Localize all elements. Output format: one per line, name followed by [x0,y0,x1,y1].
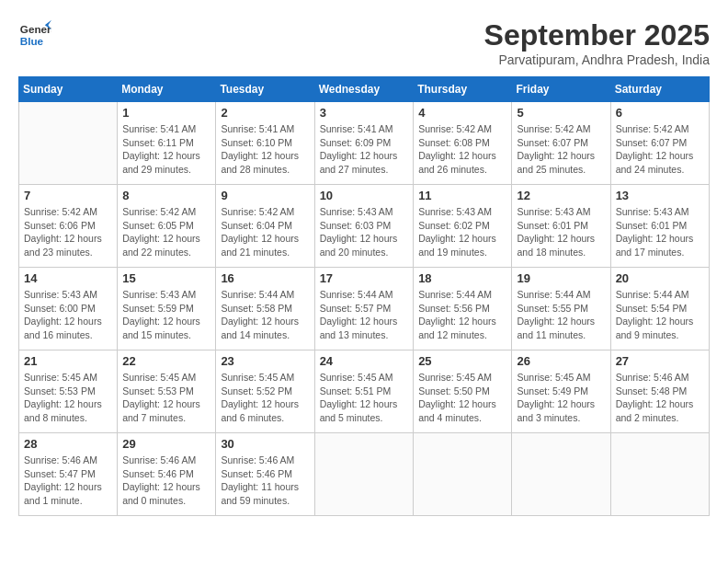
day-number: 26 [517,354,605,368]
day-number: 3 [320,106,409,120]
calendar-cell: 25Sunrise: 5:45 AM Sunset: 5:50 PM Dayli… [414,350,512,433]
day-info: Sunrise: 5:45 AM Sunset: 5:53 PM Dayligh… [122,371,210,425]
day-number: 1 [122,106,210,120]
day-info: Sunrise: 5:45 AM Sunset: 5:50 PM Dayligh… [418,371,506,425]
day-number: 2 [221,106,309,120]
calendar-cell [512,433,610,516]
calendar-cell: 21Sunrise: 5:45 AM Sunset: 5:53 PM Dayli… [19,350,118,433]
logo: General Blue [18,18,51,52]
calendar-cell: 26Sunrise: 5:45 AM Sunset: 5:49 PM Dayli… [512,350,610,433]
calendar-cell: 4Sunrise: 5:42 AM Sunset: 6:08 PM Daylig… [414,102,512,185]
day-info: Sunrise: 5:43 AM Sunset: 6:01 PM Dayligh… [517,205,605,259]
calendar-cell: 16Sunrise: 5:44 AM Sunset: 5:58 PM Dayli… [216,268,314,350]
day-info: Sunrise: 5:41 AM Sunset: 6:10 PM Dayligh… [221,122,309,177]
day-info: Sunrise: 5:44 AM Sunset: 5:58 PM Dayligh… [221,288,309,342]
day-number: 27 [616,354,704,368]
calendar-cell: 19Sunrise: 5:44 AM Sunset: 5:55 PM Dayli… [512,268,610,350]
calendar-cell: 24Sunrise: 5:45 AM Sunset: 5:51 PM Dayli… [314,350,414,433]
day-number: 5 [517,106,605,120]
day-number: 22 [122,354,210,368]
day-info: Sunrise: 5:42 AM Sunset: 6:07 PM Dayligh… [517,122,605,177]
day-number: 6 [616,106,704,120]
calendar-cell: 28Sunrise: 5:46 AM Sunset: 5:47 PM Dayli… [19,433,118,516]
day-number: 24 [320,354,409,368]
day-info: Sunrise: 5:44 AM Sunset: 5:54 PM Dayligh… [616,288,704,342]
column-header-wednesday: Wednesday [314,77,414,102]
day-number: 18 [418,271,506,285]
calendar-cell [314,433,414,516]
day-number: 16 [221,271,309,285]
day-number: 14 [24,271,112,285]
calendar-header-row: SundayMondayTuesdayWednesdayThursdayFrid… [19,77,710,102]
day-info: Sunrise: 5:45 AM Sunset: 5:49 PM Dayligh… [517,371,605,425]
day-info: Sunrise: 5:42 AM Sunset: 6:04 PM Dayligh… [221,205,309,259]
calendar-cell: 5Sunrise: 5:42 AM Sunset: 6:07 PM Daylig… [512,102,610,185]
day-info: Sunrise: 5:46 AM Sunset: 5:46 PM Dayligh… [221,454,309,508]
calendar-cell: 29Sunrise: 5:46 AM Sunset: 5:46 PM Dayli… [118,433,216,516]
calendar-cell: 30Sunrise: 5:46 AM Sunset: 5:46 PM Dayli… [216,433,314,516]
calendar-cell: 6Sunrise: 5:42 AM Sunset: 6:07 PM Daylig… [610,102,709,185]
calendar-cell: 3Sunrise: 5:41 AM Sunset: 6:09 PM Daylig… [314,102,414,185]
calendar-cell: 20Sunrise: 5:44 AM Sunset: 5:54 PM Dayli… [610,268,709,350]
day-info: Sunrise: 5:45 AM Sunset: 5:51 PM Dayligh… [320,371,409,425]
calendar-cell: 9Sunrise: 5:42 AM Sunset: 6:04 PM Daylig… [216,185,314,268]
calendar-cell: 23Sunrise: 5:45 AM Sunset: 5:52 PM Dayli… [216,350,314,433]
day-number: 8 [122,189,210,202]
calendar-cell: 15Sunrise: 5:43 AM Sunset: 5:59 PM Dayli… [118,268,216,350]
day-info: Sunrise: 5:43 AM Sunset: 6:02 PM Dayligh… [418,205,506,259]
day-number: 12 [517,189,605,202]
day-number: 17 [320,271,409,285]
day-info: Sunrise: 5:41 AM Sunset: 6:11 PM Dayligh… [122,122,210,177]
day-number: 25 [418,354,506,368]
calendar-table: SundayMondayTuesdayWednesdayThursdayFrid… [18,76,710,516]
column-header-friday: Friday [512,77,610,102]
calendar-cell: 27Sunrise: 5:46 AM Sunset: 5:48 PM Dayli… [610,350,709,433]
column-header-saturday: Saturday [610,77,709,102]
day-number: 23 [221,354,309,368]
day-info: Sunrise: 5:41 AM Sunset: 6:09 PM Dayligh… [320,122,409,177]
day-number: 20 [616,271,704,285]
svg-text:Blue: Blue [20,35,44,47]
day-info: Sunrise: 5:44 AM Sunset: 5:55 PM Dayligh… [517,288,605,342]
day-info: Sunrise: 5:46 AM Sunset: 5:48 PM Dayligh… [616,371,704,425]
calendar-cell [414,433,512,516]
calendar-cell: 14Sunrise: 5:43 AM Sunset: 6:00 PM Dayli… [19,268,118,350]
calendar-cell: 2Sunrise: 5:41 AM Sunset: 6:10 PM Daylig… [216,102,314,185]
week-row-5: 28Sunrise: 5:46 AM Sunset: 5:47 PM Dayli… [19,433,710,516]
calendar-cell: 1Sunrise: 5:41 AM Sunset: 6:11 PM Daylig… [118,102,216,185]
calendar-cell: 22Sunrise: 5:45 AM Sunset: 5:53 PM Dayli… [118,350,216,433]
calendar-cell: 10Sunrise: 5:43 AM Sunset: 6:03 PM Dayli… [314,185,414,268]
location: Parvatipuram, Andhra Pradesh, India [484,52,710,67]
day-info: Sunrise: 5:43 AM Sunset: 6:01 PM Dayligh… [616,205,704,259]
week-row-3: 14Sunrise: 5:43 AM Sunset: 6:00 PM Dayli… [19,268,710,350]
day-info: Sunrise: 5:46 AM Sunset: 5:46 PM Dayligh… [122,454,210,508]
day-info: Sunrise: 5:43 AM Sunset: 6:00 PM Dayligh… [24,288,112,342]
day-number: 10 [320,189,409,202]
calendar-cell: 11Sunrise: 5:43 AM Sunset: 6:02 PM Dayli… [414,185,512,268]
column-header-sunday: Sunday [19,77,118,102]
calendar-cell [19,102,118,185]
calendar-cell: 18Sunrise: 5:44 AM Sunset: 5:56 PM Dayli… [414,268,512,350]
day-number: 11 [418,189,506,202]
calendar-cell: 12Sunrise: 5:43 AM Sunset: 6:01 PM Dayli… [512,185,610,268]
column-header-monday: Monday [118,77,216,102]
calendar-cell: 17Sunrise: 5:44 AM Sunset: 5:57 PM Dayli… [314,268,414,350]
day-number: 4 [418,106,506,120]
day-info: Sunrise: 5:46 AM Sunset: 5:47 PM Dayligh… [24,454,112,508]
column-header-tuesday: Tuesday [216,77,314,102]
day-info: Sunrise: 5:42 AM Sunset: 6:08 PM Dayligh… [418,122,506,177]
day-info: Sunrise: 5:44 AM Sunset: 5:57 PM Dayligh… [320,288,409,342]
day-info: Sunrise: 5:42 AM Sunset: 6:07 PM Dayligh… [616,122,704,177]
day-info: Sunrise: 5:44 AM Sunset: 5:56 PM Dayligh… [418,288,506,342]
calendar-cell: 7Sunrise: 5:42 AM Sunset: 6:06 PM Daylig… [19,185,118,268]
calendar-cell [610,433,709,516]
day-number: 21 [24,354,112,368]
day-number: 13 [616,189,704,202]
day-number: 29 [122,437,210,451]
day-info: Sunrise: 5:43 AM Sunset: 6:03 PM Dayligh… [320,205,409,259]
day-info: Sunrise: 5:42 AM Sunset: 6:06 PM Dayligh… [24,205,112,259]
week-row-1: 1Sunrise: 5:41 AM Sunset: 6:11 PM Daylig… [19,102,710,185]
day-number: 28 [24,437,112,451]
day-number: 30 [221,437,309,451]
day-number: 7 [24,189,112,202]
